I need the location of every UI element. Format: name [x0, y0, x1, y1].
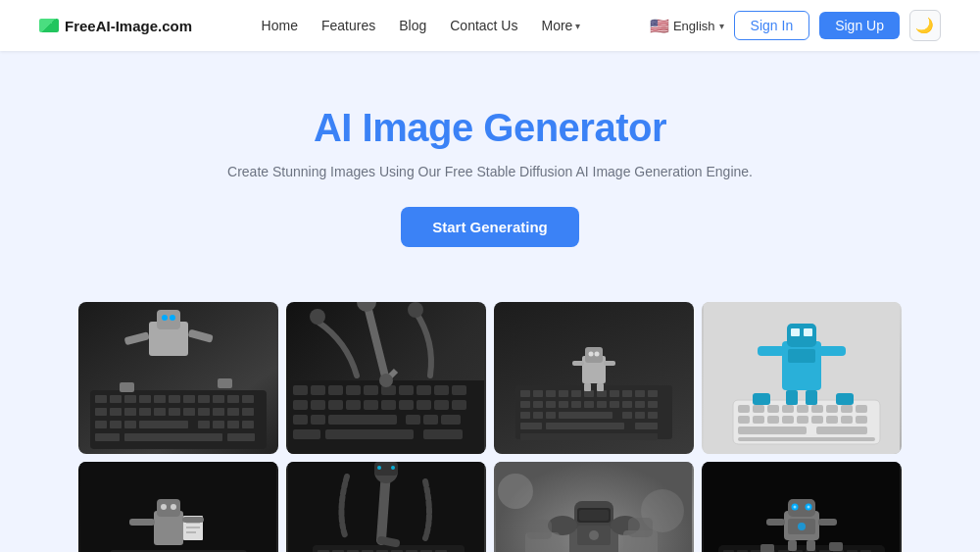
svg-rect-97: [610, 401, 619, 408]
svg-rect-127: [811, 405, 823, 413]
svg-point-74: [357, 302, 376, 312]
gallery-image-1[interactable]: [78, 302, 278, 454]
nav-link-contact[interactable]: Contact Us: [450, 18, 517, 33]
svg-rect-57: [364, 400, 378, 410]
gallery-image-2[interactable]: [286, 302, 486, 454]
svg-rect-64: [311, 415, 325, 425]
brand-logo[interactable]: FreeAI-Image.com: [39, 18, 192, 34]
svg-rect-24: [110, 421, 122, 428]
svg-rect-190: [129, 519, 155, 526]
gallery-image-4[interactable]: [702, 302, 902, 454]
svg-rect-283: [807, 540, 815, 551]
svg-rect-109: [546, 423, 624, 429]
svg-rect-93: [559, 401, 568, 408]
theme-toggle-button[interactable]: 🌙: [909, 10, 941, 41]
svg-point-36: [162, 315, 168, 321]
hero-section: AI Image Generator Create Stunning Image…: [0, 51, 980, 278]
svg-rect-9: [213, 395, 224, 403]
svg-rect-107: [648, 412, 658, 419]
svg-point-115: [595, 352, 600, 357]
svg-rect-25: [124, 421, 136, 428]
gallery-image-8[interactable]: [702, 462, 902, 552]
svg-rect-122: [738, 405, 750, 413]
svg-rect-10: [227, 395, 239, 403]
svg-rect-16: [154, 408, 166, 416]
svg-rect-84: [584, 390, 594, 397]
nav-more-label: More: [541, 18, 572, 33]
svg-line-72: [367, 302, 386, 380]
svg-rect-143: [782, 341, 821, 390]
svg-rect-98: [622, 401, 632, 408]
svg-rect-21: [227, 408, 239, 416]
svg-rect-56: [346, 400, 361, 410]
svg-rect-136: [811, 416, 823, 424]
svg-rect-128: [826, 405, 838, 413]
start-generating-button[interactable]: Start Generating: [401, 207, 579, 247]
svg-rect-113: [585, 347, 603, 363]
gallery-image-5[interactable]: [78, 462, 278, 552]
svg-point-185: [171, 504, 176, 510]
svg-point-279: [808, 506, 810, 509]
svg-rect-39: [188, 329, 214, 343]
nav-item-contact[interactable]: Contact Us: [450, 17, 517, 34]
svg-rect-27: [198, 421, 210, 428]
svg-rect-147: [788, 349, 815, 363]
svg-rect-1: [95, 395, 107, 403]
nav-item-home[interactable]: Home: [262, 17, 298, 34]
svg-rect-23: [95, 421, 107, 428]
svg-rect-111: [520, 433, 658, 440]
svg-rect-183: [157, 499, 180, 517]
svg-rect-284: [766, 519, 785, 526]
svg-rect-60: [416, 400, 431, 410]
svg-point-37: [170, 315, 175, 321]
chevron-down-icon: ▾: [719, 21, 724, 31]
svg-rect-53: [293, 400, 308, 410]
svg-rect-44: [311, 385, 325, 395]
nav-item-blog[interactable]: Blog: [399, 17, 426, 34]
svg-point-235: [589, 530, 599, 540]
nav-item-more[interactable]: More ▾: [541, 18, 580, 33]
svg-rect-58: [381, 400, 396, 410]
svg-rect-8: [198, 395, 210, 403]
svg-rect-125: [782, 405, 794, 413]
signup-button[interactable]: Sign Up: [819, 12, 900, 39]
svg-rect-59: [399, 400, 414, 410]
nav-link-blog[interactable]: Blog: [399, 18, 426, 33]
nav-item-features[interactable]: Features: [321, 17, 375, 34]
signin-button[interactable]: Sign In: [734, 11, 810, 40]
svg-rect-26: [139, 421, 188, 428]
gallery-image-7[interactable]: [494, 462, 694, 552]
svg-rect-40: [120, 382, 134, 392]
svg-rect-285: [818, 519, 837, 526]
svg-rect-135: [797, 416, 808, 424]
gallery-image-3[interactable]: [494, 302, 694, 454]
svg-rect-81: [546, 390, 556, 397]
svg-rect-103: [546, 412, 556, 419]
svg-rect-46: [346, 385, 361, 395]
svg-rect-71: [423, 429, 463, 439]
svg-rect-29: [227, 421, 239, 428]
nav-link-features[interactable]: Features: [321, 18, 375, 33]
svg-rect-62: [452, 400, 466, 410]
svg-rect-145: [791, 328, 800, 336]
svg-rect-231: [579, 510, 609, 521]
svg-rect-51: [434, 385, 449, 395]
svg-rect-118: [572, 361, 584, 366]
svg-rect-30: [242, 421, 254, 428]
svg-rect-92: [546, 401, 556, 408]
svg-rect-141: [816, 427, 867, 434]
svg-rect-67: [423, 415, 438, 425]
svg-point-77: [408, 302, 423, 318]
svg-rect-139: [856, 416, 867, 424]
svg-rect-119: [604, 361, 615, 366]
svg-rect-102: [533, 412, 543, 419]
nav-link-home[interactable]: Home: [262, 18, 298, 33]
hero-subtitle: Create Stunning Images Using Our Free St…: [20, 164, 960, 179]
svg-rect-134: [782, 416, 794, 424]
language-selector[interactable]: 🇺🇸 English ▾: [650, 17, 724, 35]
svg-rect-79: [520, 390, 530, 397]
svg-point-281: [798, 523, 806, 530]
gallery-image-6[interactable]: [286, 462, 486, 552]
svg-rect-41: [218, 378, 232, 388]
svg-rect-31: [95, 433, 120, 441]
